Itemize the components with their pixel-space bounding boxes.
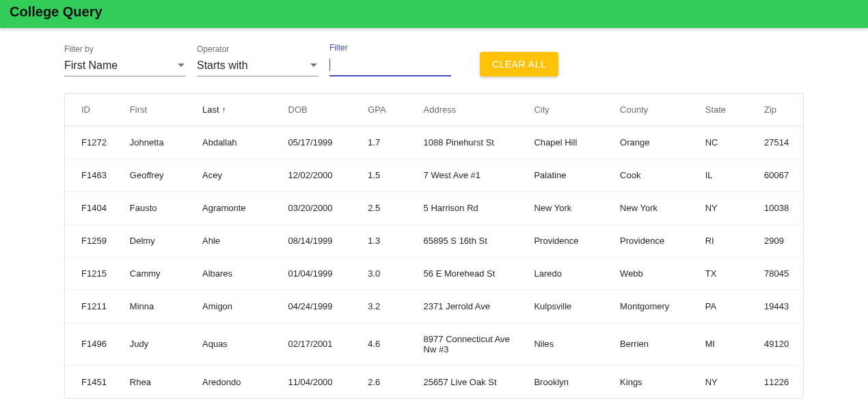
filter-input[interactable]	[329, 55, 451, 76]
cell-dob: 05/17/1999	[280, 126, 360, 158]
cell-gpa: 2.5	[360, 191, 415, 224]
cell-gpa: 4.6	[360, 322, 415, 365]
cell-last: Acey	[194, 158, 280, 191]
cell-zip: 2909	[756, 224, 803, 257]
cell-gpa: 2.6	[360, 365, 415, 398]
data-table: IDFirstLast↑DOBGPAAddressCityCountyState…	[64, 93, 804, 399]
table-header-row: IDFirstLast↑DOBGPAAddressCityCountyState…	[65, 94, 803, 126]
sort-arrow-icon: ↑	[222, 104, 227, 115]
filter-text-field: Filter	[329, 43, 451, 76]
cell-dob: 12/02/2000	[280, 158, 360, 191]
column-header-zip[interactable]: Zip	[756, 94, 803, 126]
cell-county: Orange	[612, 126, 697, 158]
cell-county: Cook	[612, 158, 697, 191]
cell-zip: 11226	[756, 365, 803, 398]
cell-id: F1404	[65, 191, 122, 224]
cell-first: Judy	[122, 322, 194, 365]
cell-id: F1215	[65, 257, 122, 290]
cell-first: Fausto	[122, 191, 194, 224]
cell-gpa: 1.7	[360, 126, 415, 158]
page-title: College Query	[10, 4, 103, 19]
cell-state: NY	[697, 191, 756, 224]
filter-by-field: Filter by First Name	[64, 44, 186, 76]
cell-state: TX	[697, 257, 756, 290]
content-area: Filter by First Name Operator Starts wit…	[0, 28, 868, 399]
table-row[interactable]: F1272JohnettaAbdallah05/17/19991.71088 P…	[65, 126, 803, 158]
cell-last: Ahle	[194, 224, 280, 257]
column-header-first[interactable]: First	[122, 94, 194, 126]
cell-state: PA	[697, 290, 756, 322]
cell-city: Kulpsville	[526, 290, 612, 322]
cell-dob: 11/04/2000	[280, 365, 360, 398]
cell-last: Abdallah	[194, 126, 280, 158]
column-header-city[interactable]: City	[526, 94, 612, 126]
chevron-down-icon	[178, 64, 185, 67]
cell-city: Laredo	[526, 257, 612, 290]
cell-first: Cammy	[122, 257, 194, 290]
cell-address: 8977 Connecticut Ave Nw #3	[416, 322, 526, 365]
cell-gpa: 1.3	[360, 224, 415, 257]
cell-county: Berrien	[612, 322, 697, 365]
app-header: College Query	[0, 0, 868, 28]
cell-city: New York	[526, 191, 612, 224]
cell-county: Kings	[612, 365, 697, 398]
cell-dob: 01/04/1999	[280, 257, 360, 290]
clear-all-button[interactable]: CLEAR ALL	[480, 52, 558, 76]
filters-row: Filter by First Name Operator Starts wit…	[64, 43, 804, 76]
cell-first: Johnetta	[122, 126, 194, 158]
text-caret	[329, 59, 330, 71]
filter-by-value: First Name	[64, 59, 118, 72]
cell-dob: 02/17/2001	[280, 322, 360, 365]
table-row[interactable]: F1259DelmyAhle08/14/19991.365895 S 16th …	[65, 224, 803, 257]
column-header-last[interactable]: Last↑	[194, 94, 280, 126]
operator-label: Operator	[197, 44, 318, 54]
cell-city: Providence	[526, 224, 612, 257]
table-row[interactable]: F1451RheaAredondo11/04/20002.625657 Live…	[65, 365, 803, 398]
column-header-state[interactable]: State	[697, 94, 756, 126]
chevron-down-icon	[310, 64, 317, 67]
column-header-dob[interactable]: DOB	[280, 94, 360, 126]
table-row[interactable]: F1211MinnaAmigon04/24/19993.22371 Jerrol…	[65, 290, 803, 322]
cell-last: Albares	[194, 257, 280, 290]
cell-county: New York	[612, 191, 697, 224]
cell-last: Aquas	[194, 322, 280, 365]
operator-value: Starts with	[197, 59, 248, 72]
operator-field: Operator Starts with	[197, 44, 318, 76]
cell-id: F1211	[65, 290, 122, 322]
cell-zip: 49120	[756, 322, 803, 365]
cell-city: Palatine	[526, 158, 612, 191]
column-header-gpa[interactable]: GPA	[360, 94, 415, 126]
cell-state: MI	[697, 322, 756, 365]
cell-county: Providence	[612, 224, 697, 257]
cell-zip: 27514	[756, 126, 803, 158]
table-row[interactable]: F1404FaustoAgramonte03/20/20002.55 Harri…	[65, 191, 803, 224]
cell-state: IL	[697, 158, 756, 191]
cell-id: F1451	[65, 365, 122, 398]
column-header-id[interactable]: ID	[65, 94, 122, 126]
cell-id: F1259	[65, 224, 122, 257]
cell-gpa: 3.2	[360, 290, 415, 322]
cell-city: Chapel Hill	[526, 126, 612, 158]
table-row[interactable]: F1496JudyAquas02/17/20014.68977 Connecti…	[65, 322, 803, 365]
cell-zip: 19443	[756, 290, 803, 322]
cell-dob: 04/24/1999	[280, 290, 360, 322]
cell-last: Agramonte	[194, 191, 280, 224]
cell-dob: 03/20/2000	[280, 191, 360, 224]
cell-address: 65895 S 16th St	[416, 224, 526, 257]
filter-by-label: Filter by	[64, 44, 186, 54]
filter-by-select[interactable]: First Name	[64, 57, 186, 76]
cell-zip: 10038	[756, 191, 803, 224]
cell-address: 56 E Morehead St	[416, 257, 526, 290]
cell-county: Webb	[612, 257, 697, 290]
column-header-county[interactable]: County	[612, 94, 697, 126]
cell-first: Minna	[122, 290, 194, 322]
cell-address: 1088 Pinehurst St	[416, 126, 526, 158]
cell-first: Rhea	[122, 365, 194, 398]
column-header-address[interactable]: Address	[416, 94, 526, 126]
cell-last: Aredondo	[194, 365, 280, 398]
table-row[interactable]: F1463GeoffreyAcey12/02/20001.57 West Ave…	[65, 158, 803, 191]
cell-first: Geoffrey	[122, 158, 194, 191]
table-row[interactable]: F1215CammyAlbares01/04/19993.056 E Moreh…	[65, 257, 803, 290]
operator-select[interactable]: Starts with	[197, 57, 318, 76]
cell-city: Niles	[526, 322, 612, 365]
